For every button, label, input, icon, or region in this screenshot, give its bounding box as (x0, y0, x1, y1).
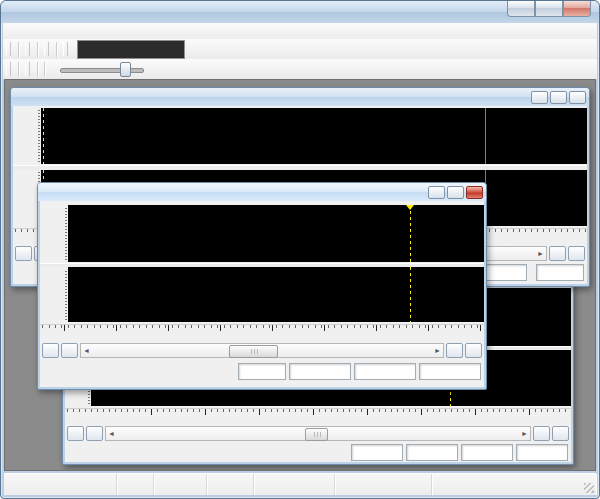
scroll-right-arrow[interactable]: ► (535, 247, 546, 260)
status-spare (254, 474, 335, 495)
selection-cursor (410, 205, 411, 262)
doc2-timeline[interactable] (40, 324, 484, 341)
status-bar (4, 473, 596, 495)
title-bar[interactable] (1, 1, 599, 23)
doc1-channel-left[interactable] (13, 108, 587, 164)
vertical-zoom-out-button[interactable] (552, 426, 569, 441)
zoom-in-button[interactable] (42, 343, 59, 358)
resize-grip[interactable] (584, 483, 594, 493)
doc2-scrollbar[interactable]: ◄ ► (80, 343, 444, 358)
amplitude-scale (40, 267, 68, 322)
doc2-channel-right[interactable] (40, 267, 484, 322)
waveform-canvas[interactable] (68, 205, 484, 262)
toolbar-main (3, 39, 597, 60)
mdi-workspace: ◄ ► (4, 79, 596, 471)
toolbar-separator (18, 42, 19, 57)
toolbar-separator (56, 42, 57, 57)
status-extra (432, 474, 596, 495)
scroll-right-arrow[interactable]: ► (519, 427, 530, 440)
toolbar-separator (44, 62, 45, 77)
toolbar-separator (37, 42, 38, 57)
toolbar-edit-transport (3, 59, 597, 80)
toolbar-separator (18, 62, 19, 77)
doc3-timeline[interactable] (65, 408, 571, 424)
doc2-close-button[interactable] (466, 186, 483, 199)
toolbar-grip[interactable] (63, 42, 68, 56)
status-samplerate (154, 474, 207, 495)
document-icon (14, 90, 28, 104)
level-meter (77, 40, 185, 59)
volume-slider-thumb[interactable] (120, 62, 131, 77)
selection-end-field (536, 264, 584, 281)
amplitude-scale (13, 108, 41, 164)
zoom-in-button[interactable] (67, 426, 84, 441)
menu-bar (3, 23, 597, 40)
doc2-channel-left[interactable] (40, 205, 484, 262)
toolbar-grip[interactable] (44, 42, 49, 56)
doc3-scroll-row: ◄ ► (67, 425, 569, 441)
scroll-left-arrow[interactable]: ◄ (81, 344, 92, 357)
toolbar-separator (37, 62, 38, 77)
volume-slider-track (60, 68, 144, 73)
zoom-ratio-field (351, 444, 403, 461)
toolbar-grip[interactable] (25, 42, 30, 56)
status-position (335, 474, 432, 495)
selection-end-field (419, 363, 481, 380)
status-bitdepth (207, 474, 254, 495)
vertical-zoom-out-button[interactable] (568, 246, 585, 261)
minimize-button[interactable] (507, 1, 535, 17)
doc1-close-button[interactable] (569, 91, 586, 104)
toolbar-grip[interactable] (25, 62, 30, 76)
doc2-maximize-button[interactable] (447, 186, 464, 199)
maximize-button[interactable] (535, 1, 563, 17)
zoom-out-button[interactable] (86, 426, 103, 441)
playhead (485, 108, 486, 164)
doc3-transport-row (67, 443, 568, 462)
selection-end-field (516, 444, 568, 461)
position-field (406, 444, 458, 461)
edit-cursor (43, 108, 44, 164)
selection-marker (406, 205, 414, 210)
status-channels (117, 474, 154, 495)
close-button[interactable] (563, 1, 591, 17)
status-format (4, 474, 117, 495)
selection-cursor (410, 267, 411, 322)
selection-start-field (461, 444, 513, 461)
doc1-maximize-button[interactable] (550, 91, 567, 104)
volume-slider[interactable] (58, 61, 146, 77)
main-window: ◄ ► (0, 0, 600, 499)
app-icon (9, 4, 25, 20)
document-icon (41, 185, 55, 199)
doc2-transport-row (42, 362, 481, 381)
doc1-title-bar[interactable] (11, 88, 589, 106)
selection-start-field (354, 363, 416, 380)
waveform-canvas[interactable] (41, 108, 587, 164)
waveform-canvas[interactable] (68, 267, 484, 322)
doc3-scrollbar[interactable]: ◄ ► (105, 426, 531, 441)
position-field (289, 363, 351, 380)
doc1-minimize-button[interactable] (531, 91, 548, 104)
toolbar-grip[interactable] (6, 62, 11, 76)
doc2-scroll-row: ◄ ► (42, 342, 482, 358)
toolbar-grip[interactable] (6, 42, 11, 56)
scroll-thumb[interactable] (229, 345, 278, 358)
vertical-zoom-in-button[interactable] (533, 426, 550, 441)
vertical-zoom-in-button[interactable] (446, 343, 463, 358)
scroll-left-arrow[interactable]: ◄ (106, 427, 117, 440)
zoom-in-button[interactable] (15, 246, 32, 261)
amplitude-scale (40, 205, 68, 262)
document-window-untitled[interactable]: ◄ ► (37, 182, 487, 390)
scroll-thumb[interactable] (305, 428, 328, 441)
zoom-out-button[interactable] (61, 343, 78, 358)
vertical-zoom-in-button[interactable] (549, 246, 566, 261)
vertical-zoom-out-button[interactable] (465, 343, 482, 358)
zoom-ratio-field (238, 363, 286, 380)
doc2-minimize-button[interactable] (428, 186, 445, 199)
scroll-right-arrow[interactable]: ► (432, 344, 443, 357)
doc2-title-bar[interactable] (38, 183, 486, 201)
